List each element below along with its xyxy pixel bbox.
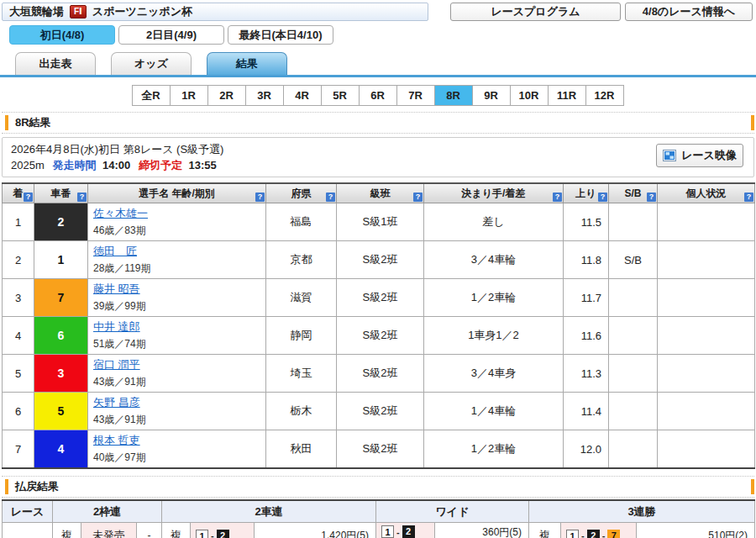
- race-tab-8r[interactable]: 8R: [434, 85, 473, 106]
- personal-status: [658, 203, 755, 241]
- sb-mark: [609, 203, 658, 241]
- prefecture: 京都: [266, 241, 337, 279]
- sb-mark: [609, 355, 658, 393]
- car-number-badge: 6: [34, 317, 88, 355]
- help-icon[interactable]: ?: [326, 193, 335, 202]
- results-header-row: 着? 車番? 選手名 年齢/期別? 府県? 級班? 決まり手/着差? 上り? S…: [3, 183, 755, 203]
- rider-name-link[interactable]: 矢野 昌彦: [93, 395, 260, 410]
- class-grade: S級2班: [337, 393, 424, 430]
- bet-type-fuku: 複: [162, 523, 191, 538]
- help-icon[interactable]: ?: [553, 193, 562, 202]
- col-race: レース: [3, 500, 53, 523]
- rider-name-link[interactable]: 中井 達郎: [93, 319, 260, 335]
- race-tab-2r[interactable]: 2R: [207, 85, 246, 106]
- top-buttons: レースプログラム 4/8のレース情報へ: [450, 3, 753, 21]
- result-row-6: 6 5 矢野 昌彦43歳／91期 栃木 S級2班 1／4車輪 11.4: [3, 393, 755, 430]
- race-tab-9r[interactable]: 9R: [472, 85, 511, 106]
- race-tab-6r[interactable]: 6R: [359, 85, 397, 106]
- rank: 1: [3, 203, 34, 241]
- lap-time: 11.7: [564, 279, 609, 317]
- rider-name-link[interactable]: 藤井 昭吾: [93, 282, 260, 297]
- help-icon[interactable]: ?: [598, 193, 607, 202]
- race-program-button[interactable]: レースプログラム: [450, 3, 621, 21]
- race-tab-10r[interactable]: 10R: [510, 85, 549, 106]
- day-tab-final[interactable]: 最終日(本日4/10): [228, 25, 333, 45]
- car-badge-2: 2: [402, 525, 415, 538]
- help-icon[interactable]: ?: [77, 193, 87, 202]
- class-grade: S級2班: [337, 430, 424, 469]
- sb-mark: S/B: [609, 241, 658, 279]
- prefecture: 福島: [266, 203, 337, 241]
- race-tab-5r[interactable]: 5R: [321, 85, 360, 106]
- result-row-1: 1 2 佐々木雄一46歳／83期 福島 S級1班 差し 11.5: [3, 203, 755, 241]
- result-row-4: 4 6 中井 達郎51歳／74期 静岡 S級2班 1車身1／2 11.6: [3, 317, 755, 355]
- orange-bar-right: [751, 115, 754, 130]
- col-sb: S/B?: [609, 183, 658, 203]
- race-tab-11r[interactable]: 11R: [548, 85, 586, 106]
- lap-time: 11.3: [564, 355, 609, 393]
- class-grade: S級2班: [337, 317, 424, 355]
- rank: 4: [3, 317, 34, 355]
- winning-move-margin: 差し: [424, 203, 564, 241]
- result-row-5: 5 3 宿口 潤平43歳／91期 埼玉 S級2班 3／4車身 11.3: [3, 355, 755, 393]
- race-tab-7r[interactable]: 7R: [396, 85, 435, 106]
- race-tab-1r[interactable]: 1R: [170, 85, 208, 106]
- rider-age: 40歳／97期: [93, 451, 260, 465]
- payout-section-title: 払戻結果: [15, 479, 59, 494]
- col-2sharen: 2車連: [162, 500, 376, 523]
- race-date-line: 2026年4月8日(水)初日 第8レース (S級予選): [11, 141, 745, 157]
- start-time-value: 14:00: [102, 159, 130, 171]
- lap-time: 12.0: [564, 430, 609, 469]
- result-row-7: 7 4 根本 哲吏40歳／97期 秋田 S級2班 1／2車輪 12.0: [3, 430, 755, 469]
- deadline-value: 13:55: [189, 159, 217, 171]
- car-badge-2: 2: [587, 530, 600, 538]
- col-margin: 決まり手/着差?: [424, 183, 564, 203]
- tab-odds[interactable]: オッズ: [111, 52, 192, 75]
- orange-bar-left: [5, 115, 8, 130]
- race-info-button[interactable]: 4/8のレース情報へ: [625, 3, 753, 21]
- rank: 7: [3, 430, 34, 469]
- result-row-3: 3 7 藤井 昭吾39歳／99期 滋賀 S級2班 1／2車輪 11.7: [3, 279, 755, 317]
- help-icon[interactable]: ?: [744, 193, 753, 202]
- day-tab-day1[interactable]: 初日(4/8): [9, 25, 115, 45]
- rider-name-link[interactable]: 宿口 潤平: [93, 357, 260, 372]
- help-icon[interactable]: ?: [647, 193, 656, 202]
- rider-name-link[interactable]: 佐々木雄一: [93, 206, 260, 221]
- prefecture: 滋賀: [266, 279, 337, 317]
- col-class: 級班?: [337, 183, 424, 203]
- col-3renshou: 3連勝: [529, 500, 755, 523]
- col-car: 車番?: [34, 183, 88, 203]
- top-bar: 大垣競輪場 FⅠ スポーツニッポン杯 レースプログラム 4/8のレース情報へ: [0, 0, 756, 23]
- race-tab-12r[interactable]: 12R: [585, 85, 624, 106]
- sb-mark: [609, 317, 658, 355]
- rider-age: 39歳／99期: [93, 299, 260, 314]
- col-rank: 着?: [3, 183, 34, 203]
- race-video-button[interactable]: レース映像: [656, 144, 743, 167]
- prefecture: 静岡: [266, 317, 337, 355]
- car-number-badge: 7: [34, 279, 88, 317]
- help-icon[interactable]: ?: [255, 193, 265, 202]
- sb-mark: [609, 430, 658, 469]
- tab-results[interactable]: 結果: [207, 52, 287, 75]
- race-series-title: スポーツニッポン杯: [92, 4, 192, 19]
- race-tab-all[interactable]: 全R: [132, 85, 171, 106]
- rider-age: 46歳／83期: [93, 224, 260, 238]
- payout-section-header: 払戻結果: [2, 476, 754, 498]
- rider-name-link[interactable]: 徳田 匠: [93, 244, 260, 259]
- prefecture: 埼玉: [266, 355, 337, 393]
- orange-bar-right: [751, 479, 754, 494]
- waku2-fuku-payout: -: [137, 523, 162, 538]
- race-tab-3r[interactable]: 3R: [245, 85, 284, 106]
- tab-startlist[interactable]: 出走表: [15, 52, 96, 75]
- help-icon[interactable]: ?: [24, 193, 33, 202]
- winning-move-margin: 3／4車輪: [424, 241, 564, 279]
- lap-time: 11.6: [564, 317, 609, 355]
- help-icon[interactable]: ?: [413, 193, 423, 202]
- day-tab-day2[interactable]: 2日目(4/9): [118, 25, 224, 45]
- race-tab-4r[interactable]: 4R: [283, 85, 322, 106]
- car-number-badge: 1: [34, 241, 88, 279]
- rider-age: 28歳／119期: [93, 261, 260, 276]
- film-icon: [663, 150, 676, 161]
- col-wide: ワイド: [376, 500, 529, 523]
- rider-name-link[interactable]: 根本 哲吏: [93, 433, 260, 448]
